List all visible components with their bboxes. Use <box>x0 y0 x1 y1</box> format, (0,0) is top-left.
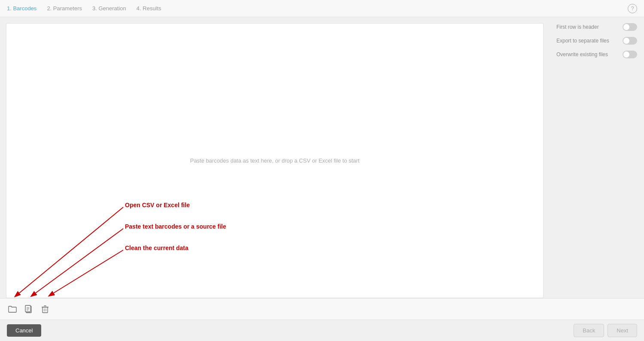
top-nav: 1. Barcodes 2. Parameters 3. Generation … <box>0 0 644 17</box>
trash-icon <box>42 305 49 314</box>
paste-button[interactable] <box>22 303 35 316</box>
first-row-header-label: First row is header <box>556 24 599 30</box>
action-bar: Cancel Back Next <box>0 320 644 341</box>
nav-step-results[interactable]: 4. Results <box>137 5 161 12</box>
svg-line-1 <box>36 229 123 293</box>
nav-buttons: Back Next <box>574 324 637 337</box>
open-file-button[interactable] <box>6 303 19 316</box>
cancel-button[interactable]: Cancel <box>7 324 41 337</box>
overwrite-existing-toggle[interactable] <box>623 51 637 58</box>
svg-line-2 <box>54 250 123 293</box>
annotations-overlay: Open CSV or Excel file Paste text barcod… <box>6 24 543 298</box>
help-button[interactable]: ? <box>628 4 637 13</box>
annotation-clean: Clean the current data <box>125 244 188 251</box>
back-button[interactable]: Back <box>574 324 604 337</box>
main-content: Paste barcodes data as text here, or dro… <box>0 17 644 298</box>
nav-steps: 1. Barcodes 2. Parameters 3. Generation … <box>7 5 161 12</box>
annotation-arrows-svg <box>6 24 543 298</box>
toggle-row-export-separate: Export to separate files <box>556 37 637 45</box>
folder-icon <box>8 306 17 313</box>
paste-icon <box>25 305 33 314</box>
overwrite-existing-label: Overwrite existing files <box>556 51 608 57</box>
nav-step-generation[interactable]: 3. Generation <box>92 5 126 12</box>
nav-step-parameters[interactable]: 2. Parameters <box>47 5 82 12</box>
first-row-header-toggle[interactable] <box>623 23 637 31</box>
data-area[interactable]: Paste barcodes data as text here, or dro… <box>6 23 544 298</box>
annotation-paste: Paste text barcodes or a source file <box>125 223 226 230</box>
toggle-row-overwrite: Overwrite existing files <box>556 51 637 58</box>
next-button[interactable]: Next <box>608 324 637 337</box>
drop-hint: Paste barcodes data as text here, or dro… <box>190 157 360 164</box>
bottom-toolbar <box>0 298 644 320</box>
svg-rect-9 <box>43 307 48 313</box>
export-separate-toggle[interactable] <box>623 37 637 45</box>
annotation-open: Open CSV or Excel file <box>125 202 190 208</box>
export-separate-label: Export to separate files <box>556 38 609 44</box>
svg-line-0 <box>19 207 123 293</box>
clean-data-button[interactable] <box>39 303 52 316</box>
right-panel: First row is header Export to separate f… <box>550 17 644 298</box>
toggle-row-first-row: First row is header <box>556 23 637 31</box>
nav-step-barcodes[interactable]: 1. Barcodes <box>7 5 36 12</box>
